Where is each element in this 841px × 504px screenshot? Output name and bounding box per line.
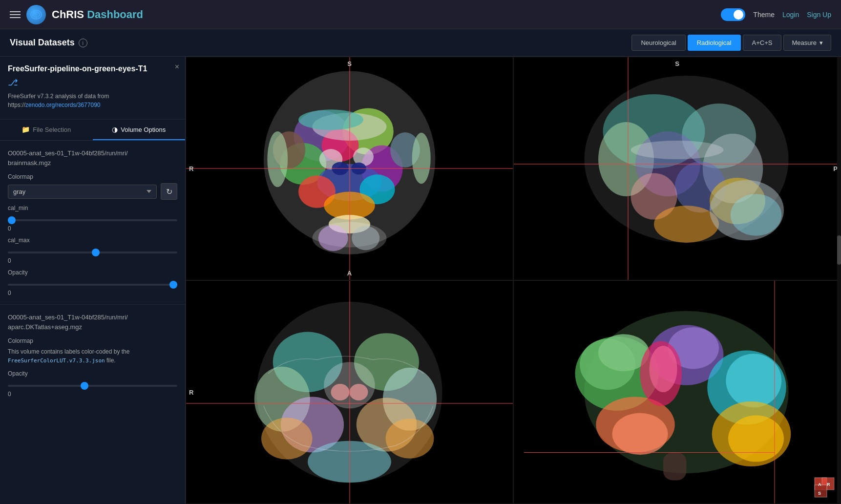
svg-point-23 [412,133,431,184]
svg-text:S: S [818,491,821,496]
opacity-label-1: Opacity [8,269,177,276]
svg-point-63 [612,413,668,455]
opacity-value-2: 0 [8,391,177,398]
viewer-scrollbar[interactable] [837,57,841,504]
cal-min-label: cal_min [8,205,177,211]
dataset-info-panel: FreeSurfer-pipeline-on-green-eyes-T1 ⎇ F… [0,57,185,120]
file-tab-label: File Selection [33,126,71,133]
tab-file-selection[interactable]: 📁 File Selection [0,120,93,140]
hamburger-menu[interactable] [10,11,21,18]
viewer-grid: S A R [186,57,841,504]
view-panel-top-left[interactable]: S A R [186,57,513,280]
sidebar-tabs: 📁 File Selection ◑ Volume Options [0,120,185,141]
view-panel-top-right[interactable]: S P [513,57,841,280]
svg-point-39 [731,194,782,236]
colormap-label-1: Colormap [8,173,177,180]
crosshair-vertical-2 [628,57,629,280]
crosshair-vertical-3 [349,281,350,504]
file1-section: O0005-anat_ses-01_T1w-04bf285/run/mri/ b… [0,141,185,305]
view-panel-bottom-right[interactable]: A R S [513,280,841,504]
volume-tab-icon: ◑ [112,126,118,133]
info-icon[interactable]: i [79,39,87,47]
colormap-select-1[interactable]: gray hot cool rainbow viridis [8,185,157,199]
cal-max-value: 0 [8,257,177,264]
orient-bottom-1: A [347,270,352,277]
navbar-left: ChRIS Dashboard [10,5,721,24]
svg-point-69 [728,416,784,462]
file-tab-icon: 📁 [21,126,30,133]
acs-button[interactable]: A+C+S [743,35,782,51]
radiological-button[interactable]: Radiological [688,35,741,51]
orient-left-3: R [189,389,193,396]
svg-rect-70 [663,453,687,481]
app-logo [26,5,46,24]
svg-point-40 [631,141,724,159]
svg-point-67 [650,346,677,392]
colormap-row-1: gray hot cool rainbow viridis ↻ [8,183,177,200]
viewer-area[interactable]: S A R [186,57,841,504]
svg-point-22 [267,131,288,187]
app-title: ChRIS Dashboard [52,8,143,21]
branch-icon: ⎇ [8,77,177,88]
orient-top-1: S [347,60,352,67]
crosshair-horizontal-2 [514,164,841,164]
opacity-slider-1[interactable] [8,284,177,286]
svg-point-54 [386,419,434,459]
crosshair-vertical-1 [349,57,350,280]
measure-label: Measure [792,39,817,46]
page-title: Visual Datasets [10,38,75,48]
svg-point-50 [331,384,350,400]
navbar: ChRIS Dashboard Theme Login Sign Up [0,0,841,29]
svg-text:R: R [827,482,830,487]
main-layout: × FreeSurfer-pipeline-on-green-eyes-T1 ⎇… [0,57,841,504]
login-link[interactable]: Login [782,11,799,19]
colormap-refresh-button-1[interactable]: ↻ [161,183,177,200]
measure-button[interactable]: Measure ▾ [783,35,831,51]
opacity-container-1: Opacity 0 [8,269,177,296]
svg-text:A: A [818,482,821,487]
svg-point-25 [318,225,348,251]
svg-point-21 [298,109,363,130]
view-panel-bottom-left[interactable]: R [186,280,513,504]
navbar-right: Theme Login Sign Up [721,8,831,21]
dataset-title: FreeSurfer-pipeline-on-green-eyes-T1 [8,64,177,73]
orientation-cube[interactable]: A R S [812,475,837,500]
colormap-desc: This volume contains labels color-coded … [8,347,177,365]
cal-min-value: 0 [8,225,177,232]
svg-point-65 [726,354,781,407]
file2-section: O0005-anat_ses-01_T1w-04bf285/run/mri/ a… [0,305,185,405]
signup-link[interactable]: Sign Up [807,11,831,19]
svg-point-37 [654,206,719,243]
orient-left-1: R [189,165,193,172]
cal-min-slider[interactable] [8,219,177,221]
volume-tab-label: Volume Options [121,126,166,133]
file1-path: O0005-anat_ses-01_T1w-04bf285/run/mri/ b… [8,148,177,168]
sidebar-close-button[interactable]: × [175,63,179,71]
opacity-container-2: Opacity 0 [8,370,177,398]
opacity-value-1: 0 [8,290,177,296]
opacity-label-2: Opacity [8,370,177,377]
viewer-scrollbar-thumb [837,235,841,265]
tab-volume-options[interactable]: ◑ Volume Options [93,120,186,140]
opacity-slider-2[interactable] [8,385,177,387]
file2-path: O0005-anat_ses-01_T1w-04bf285/run/mri/ a… [8,313,177,332]
svg-point-53 [261,418,313,460]
cal-min-container: cal_min 0 [8,205,177,232]
neurological-button[interactable]: Neurological [631,35,685,51]
subheader-left: Visual Datasets i [10,38,631,48]
sidebar: × FreeSurfer-pipeline-on-green-eyes-T1 ⎇… [0,57,186,504]
cal-max-label: cal_max [8,237,177,244]
svg-point-26 [352,226,379,250]
cal-max-slider[interactable] [8,252,177,253]
dataset-desc: FreeSurfer v7.3.2 analysis of data from … [8,92,177,109]
svg-point-51 [350,384,368,400]
colormap-label-2: Colormap [8,337,177,344]
orient-top-2: S [675,60,679,67]
sub-header: Visual Datasets i Neurological Radiologi… [0,29,841,57]
subheader-right: Neurological Radiological A+C+S Measure … [631,35,831,51]
measure-dropdown-icon: ▾ [820,39,823,46]
theme-toggle[interactable] [721,8,745,21]
cal-max-container: cal_max 0 [8,237,177,264]
theme-label: Theme [753,11,775,19]
